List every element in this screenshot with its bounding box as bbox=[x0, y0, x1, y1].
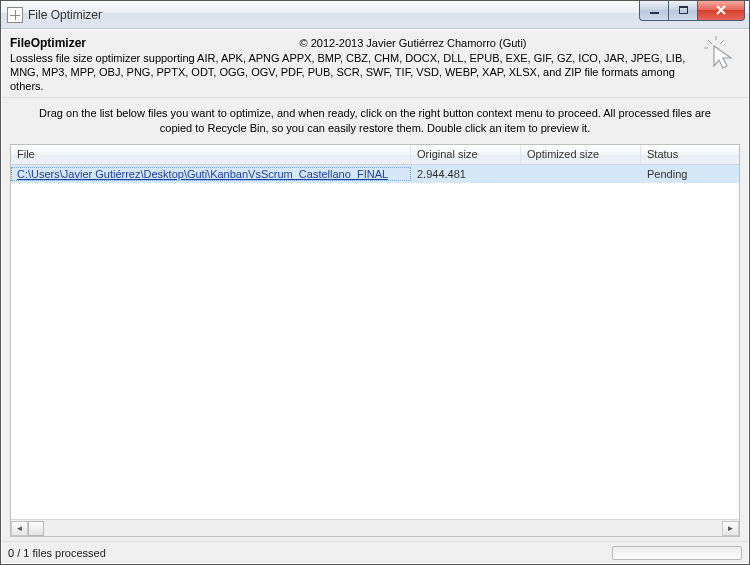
column-optimized-size[interactable]: Optimized size bbox=[521, 145, 641, 164]
maximize-button[interactable] bbox=[668, 1, 698, 21]
cell-file[interactable]: C:\Users\Javier Gutiérrez\Desktop\Guti\K… bbox=[11, 167, 411, 181]
scroll-right-button[interactable]: ► bbox=[722, 521, 739, 536]
column-status[interactable]: Status bbox=[641, 145, 739, 164]
instructions: Drag on the list below files you want to… bbox=[2, 97, 748, 144]
app-name: FileOptimizer bbox=[10, 36, 86, 50]
app-icon bbox=[7, 7, 23, 23]
cell-status: Pending bbox=[641, 168, 739, 180]
cell-original-size: 2.944.481 bbox=[411, 168, 521, 180]
file-grid[interactable]: File Original size Optimized size Status… bbox=[10, 144, 740, 537]
statusbar: 0 / 1 files processed bbox=[2, 541, 748, 563]
app-window: File Optimizer FileOptimizer © 2012-2013… bbox=[0, 0, 750, 565]
status-text: 0 / 1 files processed bbox=[8, 547, 106, 559]
close-icon bbox=[715, 5, 727, 15]
column-original-size[interactable]: Original size bbox=[411, 145, 521, 164]
minimize-button[interactable] bbox=[639, 1, 669, 21]
column-file[interactable]: File bbox=[11, 145, 411, 164]
grid-header[interactable]: File Original size Optimized size Status bbox=[11, 145, 739, 165]
close-button[interactable] bbox=[697, 1, 745, 21]
table-row[interactable]: C:\Users\Javier Gutiérrez\Desktop\Guti\K… bbox=[11, 165, 739, 183]
titlebar[interactable]: File Optimizer bbox=[1, 1, 749, 29]
scroll-left-button[interactable]: ◄ bbox=[11, 521, 28, 536]
description: Lossless file size optimizer supporting … bbox=[10, 52, 740, 93]
grid-body[interactable]: C:\Users\Javier Gutiérrez\Desktop\Guti\K… bbox=[11, 165, 739, 519]
scroll-thumb[interactable] bbox=[28, 521, 44, 536]
client-area: FileOptimizer © 2012-2013 Javier Gutiérr… bbox=[2, 30, 748, 563]
svg-line-2 bbox=[720, 40, 724, 44]
copyright: © 2012-2013 Javier Gutiérrez Chamorro (G… bbox=[86, 37, 740, 49]
window-controls bbox=[640, 1, 749, 21]
cursor-logo-icon bbox=[704, 36, 738, 70]
progress-bar bbox=[612, 546, 742, 560]
horizontal-scrollbar[interactable]: ◄ ► bbox=[11, 519, 739, 536]
window-title: File Optimizer bbox=[28, 8, 102, 22]
svg-line-0 bbox=[708, 40, 712, 44]
header-block: FileOptimizer © 2012-2013 Javier Gutiérr… bbox=[2, 30, 748, 97]
